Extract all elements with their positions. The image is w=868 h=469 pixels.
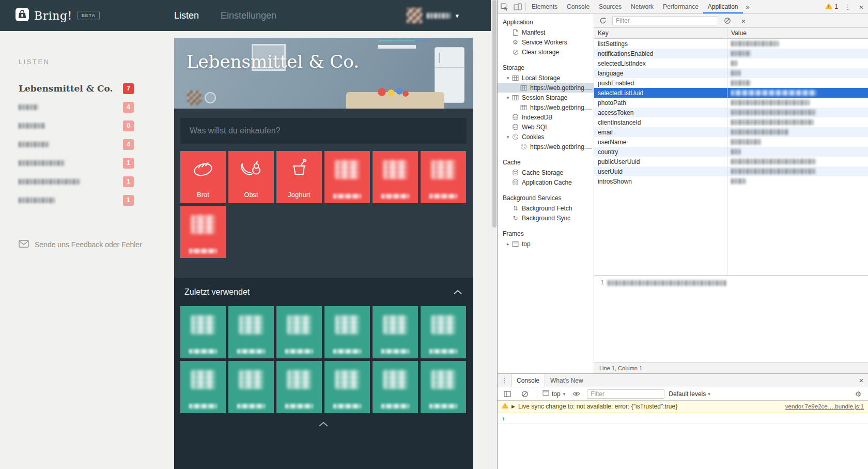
sidebar-item-cache-storage[interactable]: Cache Storage: [498, 168, 594, 177]
nav-item-listen[interactable]: Listen: [174, 10, 199, 21]
sidebar-item-service-workers[interactable]: ⚙Service Workers: [498, 37, 594, 47]
redacted-recent-tile[interactable]: [324, 361, 370, 413]
sidebar-item-application-cache[interactable]: Application Cache: [498, 177, 594, 187]
sidebar-list-item[interactable]: Lebensmittel & Co.7: [0, 79, 174, 98]
drawer-close-icon[interactable]: ×: [855, 374, 868, 387]
storage-filter-input[interactable]: Filter: [612, 16, 718, 25]
sidebar-list-item[interactable]: 1: [0, 191, 174, 209]
redacted-item-tile[interactable]: [421, 151, 466, 203]
device-toolbar-icon[interactable]: [511, 0, 524, 13]
sidebar-item-manifest[interactable]: Manifest: [498, 27, 594, 37]
more-tabs-icon[interactable]: »: [743, 3, 753, 11]
sidebar-list-item[interactable]: 0: [0, 116, 174, 135]
redacted-recent-tile[interactable]: [276, 306, 322, 358]
tab-performance[interactable]: Performance: [658, 0, 703, 13]
delete-selected-icon[interactable]: ×: [737, 14, 750, 27]
storage-row-notificationsEnabled[interactable]: notificationsEnabled: [594, 49, 868, 58]
disclosure-triangle-icon[interactable]: ▾: [505, 95, 511, 100]
item-tile-joghurt[interactable]: Joghurt: [276, 151, 322, 203]
disclosure-triangle-icon[interactable]: ▾: [505, 134, 511, 140]
tab-network[interactable]: Network: [626, 0, 658, 13]
sidebar-item-web-sql[interactable]: Web SQL: [498, 122, 594, 132]
redacted-recent-tile[interactable]: [373, 306, 418, 358]
search-input[interactable]: Was willst du einkaufen?: [180, 118, 467, 144]
storage-row-selectedListIndex[interactable]: selectedListIndex: [594, 58, 868, 68]
member-avatar[interactable]: [188, 91, 201, 104]
storage-row-language[interactable]: language: [594, 68, 868, 78]
sidebar-item-background-sync[interactable]: ↻Background Sync: [498, 213, 594, 223]
page-scrollbar[interactable]: [491, 0, 497, 469]
redacted-recent-tile[interactable]: [373, 361, 418, 413]
redacted-recent-tile[interactable]: [180, 306, 226, 358]
item-tile-brot[interactable]: Brot: [180, 151, 226, 203]
tab-application[interactable]: Application: [703, 0, 743, 13]
issues-warning-badge[interactable]: 1: [822, 3, 841, 11]
redacted-recent-tile[interactable]: [324, 306, 370, 358]
sidebar-item-https-web-getbring-com[interactable]: https://web.getbring.com: [498, 142, 594, 152]
storage-row-publicUserUuid[interactable]: publicUserUuid: [594, 157, 868, 167]
sidebar-list-item[interactable]: 1: [0, 172, 174, 191]
sidebar-item-background-fetch[interactable]: ⇅Background Fetch: [498, 203, 594, 213]
user-menu[interactable]: ▾: [407, 0, 459, 31]
storage-row-userUuid[interactable]: userUuid: [594, 167, 868, 176]
sidebar-list-item[interactable]: 1: [0, 154, 174, 172]
tab-elements[interactable]: Elements: [527, 0, 562, 13]
devtools-menu-icon[interactable]: ⋮: [841, 0, 855, 13]
clear-all-icon[interactable]: [721, 14, 734, 27]
collapse-chevron-icon[interactable]: [453, 288, 462, 297]
tab-sources[interactable]: Sources: [594, 0, 626, 13]
console-prompt[interactable]: ›: [498, 413, 868, 424]
storage-row-accessToken[interactable]: accessToken: [594, 108, 868, 117]
console-tab-what-s-new[interactable]: What's New: [545, 374, 588, 387]
console-warning-message[interactable]: ▶ Live sync change to: not available: er…: [498, 401, 868, 413]
execution-context-selector[interactable]: top ▾: [542, 390, 565, 398]
sidebar-item-https-web-getbring-com[interactable]: https://web.getbring.com: [498, 102, 594, 112]
console-settings-gear-icon[interactable]: ⚙: [851, 387, 865, 401]
sidebar-list-item[interactable]: 4: [0, 98, 174, 116]
sidebar-item-session-storage[interactable]: ▾Session Storage: [498, 93, 594, 102]
storage-row-listSettings[interactable]: listSettings: [594, 39, 868, 49]
storage-row-clientInstanceId[interactable]: clientInstanceId: [594, 117, 868, 127]
storage-row-introsShown[interactable]: introsShown: [594, 176, 868, 186]
redacted-recent-tile[interactable]: [228, 361, 274, 413]
drawer-menu-icon[interactable]: ⋮: [498, 374, 511, 387]
disclosure-triangle-icon[interactable]: ▾: [505, 75, 511, 81]
expand-triangle-icon[interactable]: ▶: [512, 404, 515, 409]
console-filter-input[interactable]: Filter: [587, 389, 664, 399]
redacted-item-tile[interactable]: [180, 206, 226, 258]
storage-row-pushEnabled[interactable]: pushEnabled: [594, 78, 868, 88]
storage-row-userName[interactable]: userName: [594, 137, 868, 147]
live-expression-eye-icon[interactable]: [569, 387, 583, 401]
app-logo[interactable]: Bring! BETA: [16, 8, 100, 23]
sidebar-item-local-storage[interactable]: ▾Local Storage: [498, 73, 594, 83]
console-tab-console[interactable]: Console: [511, 374, 545, 387]
tab-console[interactable]: Console: [562, 0, 594, 13]
storage-row-photoPath[interactable]: photoPath: [594, 98, 868, 108]
expand-chevron-icon[interactable]: [174, 421, 473, 427]
redacted-recent-tile[interactable]: [228, 306, 274, 358]
column-header-value[interactable]: Value: [727, 28, 868, 38]
sidebar-item-cookies[interactable]: ▾Cookies: [498, 132, 594, 142]
devtools-close-icon[interactable]: ×: [855, 0, 868, 13]
storage-row-email[interactable]: email: [594, 127, 868, 137]
scrollbar-thumb[interactable]: [492, 0, 497, 228]
disclosure-triangle-icon[interactable]: ▸: [505, 241, 511, 247]
refresh-icon[interactable]: [596, 14, 610, 27]
clear-console-icon[interactable]: [518, 387, 532, 401]
redacted-recent-tile[interactable]: [421, 306, 466, 358]
sidebar-list-item[interactable]: 4: [0, 135, 174, 154]
sidebar-item-clear-storage[interactable]: Clear storage: [498, 47, 594, 57]
redacted-item-tile[interactable]: [324, 151, 370, 203]
sidebar-item-top[interactable]: ▸top: [498, 239, 594, 249]
warning-source-link[interactable]: vendor.7e9e2ce….bundle.js:1: [785, 403, 864, 410]
redacted-recent-tile[interactable]: [421, 361, 466, 413]
redacted-item-tile[interactable]: [373, 151, 418, 203]
column-header-key[interactable]: Key: [594, 28, 727, 38]
sidebar-item-https-web-getbring-com[interactable]: https://web.getbring.com: [498, 83, 594, 93]
console-sidebar-icon[interactable]: [501, 387, 514, 401]
redacted-recent-tile[interactable]: [180, 361, 226, 413]
item-tile-obst[interactable]: Obst: [228, 151, 274, 203]
redacted-recent-tile[interactable]: [276, 361, 322, 413]
storage-row-country[interactable]: country: [594, 147, 868, 157]
add-member-avatar[interactable]: [205, 92, 216, 103]
